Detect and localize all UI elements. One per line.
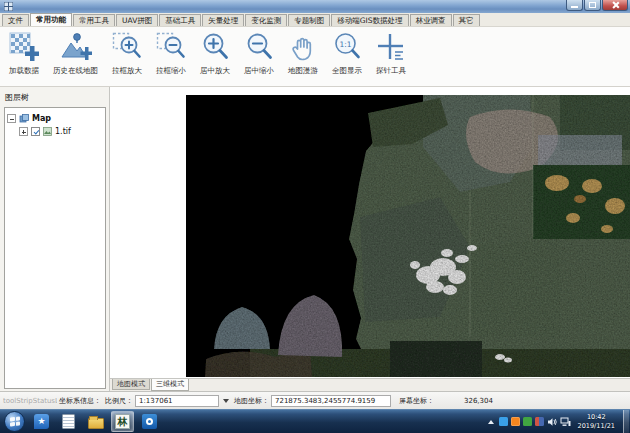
close-icon — [611, 1, 619, 9]
maximize-icon — [589, 2, 596, 8]
tab-vector-processing[interactable]: 矢量处理 — [202, 14, 244, 26]
tree-node-layer[interactable]: 1.tif — [7, 125, 103, 138]
load-data-icon — [9, 31, 39, 62]
tab-map-mode[interactable]: 地图模式 — [112, 379, 150, 390]
scale-input[interactable]: 1:137061 — [135, 395, 219, 407]
box-zoom-in-icon — [112, 31, 142, 62]
windows-taskbar: ★ 林 — [0, 409, 630, 433]
map-area: 地图模式 三维模式 — [110, 87, 630, 391]
taskbar-forest-app[interactable]: 林 — [111, 411, 134, 432]
taskbar-o-app[interactable] — [138, 411, 161, 432]
notepad-icon — [62, 414, 75, 429]
tab-3d-mode[interactable]: 三维模式 — [151, 379, 189, 391]
box-zoom-out-icon — [156, 31, 186, 62]
load-data-button[interactable]: 加载数据 — [2, 30, 46, 77]
box-zoom-out-button[interactable]: 拉框缩小 — [149, 30, 193, 77]
taskbar-explorer-app[interactable] — [84, 411, 107, 432]
toolbar-label: 探针工具 — [376, 66, 406, 76]
scale-label: 比例尺： — [105, 396, 133, 406]
tray-flag-icon[interactable] — [535, 417, 544, 426]
toolbar-label: 地图漫游 — [288, 66, 318, 76]
box-zoom-in-button[interactable]: 拉框放大 — [105, 30, 149, 77]
tab-basic-tools[interactable]: 基础工具 — [159, 14, 201, 26]
center-zoom-in-button[interactable]: 居中放大 — [193, 30, 237, 77]
history-online-map-button[interactable]: 历史在线地图 — [46, 30, 105, 77]
hidden-icons-arrow[interactable] — [488, 420, 494, 424]
svg-text:1:1: 1:1 — [339, 40, 351, 49]
center-zoom-out-icon — [244, 31, 274, 62]
layer-tree[interactable]: Map 1.tif — [4, 107, 106, 389]
tab-uav-mosaic[interactable]: UAV拼图 — [116, 14, 158, 26]
crs-label: 坐标系信息： — [59, 396, 101, 406]
show-desktop-button[interactable] — [623, 410, 629, 433]
speaker-icon[interactable] — [547, 417, 557, 427]
scale-dropdown-icon[interactable] — [223, 399, 229, 403]
tree-node-label: Map — [32, 114, 51, 123]
tab-common-functions[interactable]: 常用功能 — [30, 13, 72, 26]
clock[interactable]: 10:42 2019/11/21 — [578, 413, 615, 431]
app-window: 文件 常用功能 常用工具 UAV拼图 基础工具 矢量处理 变化监测 专题制图 移… — [0, 0, 630, 433]
status-bar: toolStripStatusLabel1 坐标系信息： 比例尺： 1:1370… — [0, 391, 630, 409]
full-extent-button[interactable]: 1:1 全图显示 — [325, 30, 369, 77]
content-area: 图层树 Map 1.tif — [0, 87, 630, 391]
minimize-icon — [571, 6, 578, 8]
map-mode-tabs: 地图模式 三维模式 — [110, 378, 630, 391]
tray-green-icon[interactable] — [523, 417, 532, 426]
o-app-icon — [142, 414, 157, 429]
maximize-button[interactable] — [584, 0, 601, 11]
history-online-map-icon — [60, 31, 92, 62]
map-coord-label: 地图坐标： — [234, 396, 269, 406]
map-pan-button[interactable]: 地图漫游 — [281, 30, 325, 77]
minimize-button[interactable] — [566, 0, 583, 11]
full-extent-icon: 1:1 — [332, 31, 362, 62]
collapse-icon[interactable] — [7, 114, 16, 123]
network-icon[interactable] — [560, 417, 571, 427]
toolbar-label: 全图显示 — [332, 66, 362, 76]
tree-node-label: 1.tif — [55, 127, 71, 136]
layer-visibility-checkbox[interactable] — [31, 127, 40, 136]
tab-file[interactable]: 文件 — [2, 14, 29, 26]
forest-app-icon: 林 — [115, 414, 130, 429]
taskbar-notepad-app[interactable] — [57, 411, 80, 432]
start-button[interactable] — [4, 411, 25, 432]
menu-tab-strip: 文件 常用功能 常用工具 UAV拼图 基础工具 矢量处理 变化监测 专题制图 移… — [0, 13, 630, 27]
tab-change-monitoring[interactable]: 变化监测 — [245, 14, 287, 26]
title-bar — [0, 0, 630, 13]
screen-coord-value: 326,304 — [464, 397, 493, 405]
folder-icon — [88, 418, 104, 429]
close-button[interactable] — [602, 0, 628, 11]
toolbar-label: 居中缩小 — [244, 66, 274, 76]
tray-blue-icon[interactable] — [499, 417, 508, 426]
tray-orange-icon[interactable] — [511, 417, 520, 426]
center-zoom-in-icon — [200, 31, 230, 62]
map-pan-hand-icon — [288, 31, 318, 62]
star-app-icon: ★ — [34, 414, 49, 429]
system-tray: 10:42 2019/11/21 — [488, 410, 629, 433]
map-canvas[interactable] — [110, 87, 630, 378]
tab-mobile-gis-processing[interactable]: 移动端GIS数据处理 — [331, 14, 408, 26]
probe-tool-button[interactable]: 探针工具 — [369, 30, 413, 77]
tab-other[interactable]: 其它 — [453, 14, 480, 26]
status-placeholder-label: toolStripStatusLabel1 — [3, 397, 57, 405]
toolbar-label: 拉框放大 — [112, 66, 142, 76]
map-coord-field[interactable]: 721875.3483,2455774.9159 — [271, 395, 391, 407]
layer-panel: 图层树 Map 1.tif — [0, 87, 110, 391]
tab-thematic-mapping[interactable]: 专题制图 — [288, 14, 330, 26]
tab-common-tools[interactable]: 常用工具 — [73, 14, 115, 26]
clock-time: 10:42 — [578, 413, 615, 422]
toolbar-label: 历史在线地图 — [53, 66, 98, 76]
windows-logo-icon — [10, 416, 20, 426]
taskbar-star-app[interactable]: ★ — [30, 411, 53, 432]
center-zoom-out-button[interactable]: 居中缩小 — [237, 30, 281, 77]
toolbar-label: 拉框缩小 — [156, 66, 186, 76]
toolbar-label: 加载数据 — [9, 66, 39, 76]
screen-coord-label: 屏幕坐标： — [399, 396, 434, 406]
toolbar-label: 居中放大 — [200, 66, 230, 76]
satellite-imagery — [110, 87, 630, 378]
expand-icon[interactable] — [19, 127, 28, 136]
window-icon — [4, 2, 13, 11]
raster-layer-icon — [43, 127, 52, 136]
tree-node-map[interactable]: Map — [7, 112, 103, 125]
main-toolbar: 加载数据 历史在线地图 拉框 — [0, 27, 630, 87]
tab-forestry-survey[interactable]: 林业调查 — [410, 14, 452, 26]
